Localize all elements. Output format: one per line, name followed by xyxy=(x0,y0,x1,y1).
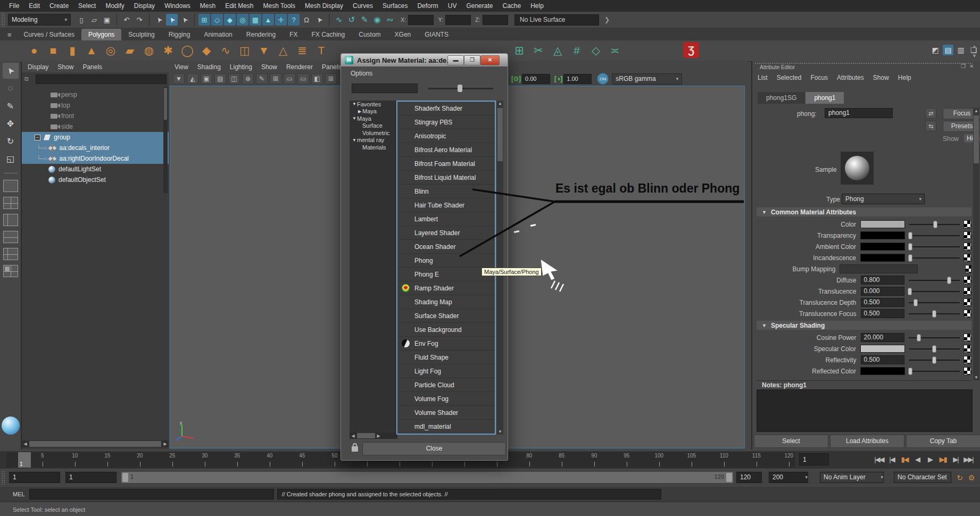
close-window-button[interactable]: ✕ xyxy=(480,55,500,65)
expander-icon[interactable]: − xyxy=(35,135,40,140)
tree-horizontal-scrollbar[interactable]: ◀ ▶ xyxy=(350,432,397,439)
exposure-field[interactable]: 0.00 xyxy=(522,74,550,84)
undo-icon[interactable]: ↶ xyxy=(121,14,132,26)
viewport-menu-show[interactable]: Show xyxy=(261,63,277,71)
material-item-fluid-shape[interactable]: Fluid Shape xyxy=(397,351,495,364)
select-camera-icon[interactable]: ▼ xyxy=(173,73,185,84)
animation-end-field[interactable]: 200▾ xyxy=(769,472,808,483)
outliner-vertical-scrollbar[interactable] xyxy=(163,87,168,193)
move-tool-icon[interactable]: ✥ xyxy=(3,115,19,131)
poly-cube-icon[interactable]: ■ xyxy=(45,42,62,59)
slider-handle[interactable] xyxy=(947,277,951,284)
attribute-slider[interactable] xyxy=(909,334,960,342)
material-item-stingray-pbs[interactable]: Stingray PBS xyxy=(397,115,495,129)
live-surface-field[interactable]: No Live Surface xyxy=(514,14,599,26)
input-connections-icon[interactable]: ∿ xyxy=(333,14,345,26)
menu-create[interactable]: Create xyxy=(45,0,73,12)
layout-single-pane[interactable] xyxy=(3,180,18,192)
menu-edit-mesh[interactable]: Edit Mesh xyxy=(220,0,258,12)
shelf-tab-giants[interactable]: GIANTS xyxy=(418,29,455,40)
snap-curve-icon[interactable]: ◇ xyxy=(211,14,223,26)
select-component-icon[interactable]: ➤ xyxy=(179,14,190,26)
animation-preferences-icon[interactable]: ⚙ xyxy=(966,472,977,483)
poly-text-icon[interactable]: T xyxy=(313,42,330,59)
texture-map-icon[interactable] xyxy=(964,287,971,295)
z-coordinate-field[interactable] xyxy=(483,15,508,25)
material-item-particle-cloud[interactable]: Particle Cloud xyxy=(397,378,495,392)
poly-plane-icon[interactable]: ▰ xyxy=(121,42,138,59)
step-forward-frame-button[interactable]: ▶| xyxy=(949,453,962,466)
minimize-button[interactable]: ▬ xyxy=(447,55,464,65)
step-back-key-button[interactable]: ▮◀ xyxy=(898,453,911,466)
material-item-mdl-material[interactable]: mdl_material xyxy=(397,420,495,434)
snap-grid-icon[interactable]: ⊞ xyxy=(198,14,210,26)
material-item-bifrost-aero-material[interactable]: Bifrost Aero Material xyxy=(397,143,495,157)
outliner-menu-panels[interactable]: Panels xyxy=(82,63,102,71)
poly-sphere-icon[interactable]: ● xyxy=(26,42,43,59)
current-frame-marker[interactable]: 1 xyxy=(18,452,31,468)
material-item-bifrost-foam-material[interactable]: Bifrost Foam Material xyxy=(397,157,495,171)
range-end-handle[interactable] xyxy=(726,473,732,482)
view-transform-dropdown[interactable]: sRGB gamma ▾ xyxy=(612,73,682,85)
menu-cache[interactable]: Cache xyxy=(497,0,526,12)
playback-options-icon[interactable]: ↻ xyxy=(954,472,965,483)
shelf-scroll-down-icon[interactable]: ▼ xyxy=(972,53,977,59)
poly-cylinder-icon[interactable]: ▮ xyxy=(64,42,81,59)
camera-attributes-icon[interactable]: ▣ xyxy=(201,73,212,84)
shelf-tab-polygons[interactable]: Polygons xyxy=(81,29,121,40)
construction-history-icon[interactable]: ↺ xyxy=(346,14,358,26)
x-coordinate-field[interactable] xyxy=(408,15,434,25)
range-slider[interactable]: 1 120 xyxy=(121,472,733,483)
select-object-icon[interactable]: ➤ xyxy=(166,14,178,26)
shelf-tab-rendering[interactable]: Rendering xyxy=(239,29,283,40)
close-button[interactable]: Close xyxy=(362,442,506,455)
texture-map-icon[interactable] xyxy=(964,334,971,342)
menu-uv[interactable]: UV xyxy=(443,0,462,12)
shelf-tab-fx[interactable]: FX xyxy=(283,29,304,40)
ae-menu-selected[interactable]: Selected xyxy=(777,74,802,81)
ae-menu-show[interactable]: Show xyxy=(873,74,889,81)
load-attributes-button[interactable]: Load Attributes xyxy=(830,435,904,448)
viewport-menu-shading[interactable]: Shading xyxy=(197,63,221,71)
character-set-dropdown[interactable]: No Character Set xyxy=(894,472,951,483)
texture-map-icon[interactable] xyxy=(964,220,971,228)
attribute-slider[interactable] xyxy=(909,287,960,296)
snap-projected-center-icon[interactable]: ◎ xyxy=(237,14,248,26)
grid-icon[interactable]: ⊞ xyxy=(270,73,281,84)
scrollbar-handle[interactable] xyxy=(357,433,375,438)
lock-selection-icon[interactable]: Ω xyxy=(301,14,312,26)
maximize-button[interactable]: ❐ xyxy=(464,55,480,65)
shelf-tab-xgen[interactable]: XGen xyxy=(388,29,418,40)
bevel-icon[interactable]: ◇ xyxy=(587,42,604,59)
play-forwards-button[interactable]: ▶ xyxy=(924,453,936,466)
redo-icon[interactable]: ↷ xyxy=(134,14,145,26)
slider-handle[interactable] xyxy=(917,334,921,342)
show-button[interactable]: Show xyxy=(943,135,959,143)
slider-handle[interactable] xyxy=(908,254,912,262)
poly-pipe-icon[interactable]: ◫ xyxy=(236,42,253,59)
menu-file[interactable]: File xyxy=(4,0,24,12)
layout-persp-outliner[interactable] xyxy=(3,214,18,226)
outliner-search-input[interactable] xyxy=(36,74,167,84)
layout-multi-pane[interactable] xyxy=(3,265,18,277)
material-sample-swatch[interactable] xyxy=(841,152,874,185)
options-menu[interactable]: Options xyxy=(351,70,372,77)
slider-handle[interactable] xyxy=(908,243,912,251)
tree-item-maya[interactable]: ▼Maya xyxy=(350,115,397,122)
texture-map-icon[interactable] xyxy=(964,276,971,284)
material-item-phong-e[interactable]: Phong E xyxy=(397,268,495,281)
target-weld-icon[interactable]: ◬ xyxy=(549,42,566,59)
menu-curves[interactable]: Curves xyxy=(348,0,378,12)
make-live-icon[interactable]: ▲ xyxy=(262,14,274,26)
ae-menu-help[interactable]: Help xyxy=(898,74,911,81)
y-coordinate-field[interactable] xyxy=(445,15,471,25)
material-item-light-fog[interactable]: Light Fog xyxy=(397,364,495,378)
texture-map-icon[interactable] xyxy=(964,345,971,353)
menu-select[interactable]: Select xyxy=(73,0,101,12)
menu-deform[interactable]: Deform xyxy=(412,0,443,12)
current-frame-field[interactable]: 1 xyxy=(799,453,829,465)
command-input[interactable] xyxy=(29,489,274,500)
snap-view-plane-icon[interactable]: ▦ xyxy=(250,14,261,26)
section-header-specular-shading[interactable]: ▼Specular Shading xyxy=(757,321,971,330)
material-item-shaderfx-shader[interactable]: Shaderfx Shader xyxy=(397,102,495,115)
